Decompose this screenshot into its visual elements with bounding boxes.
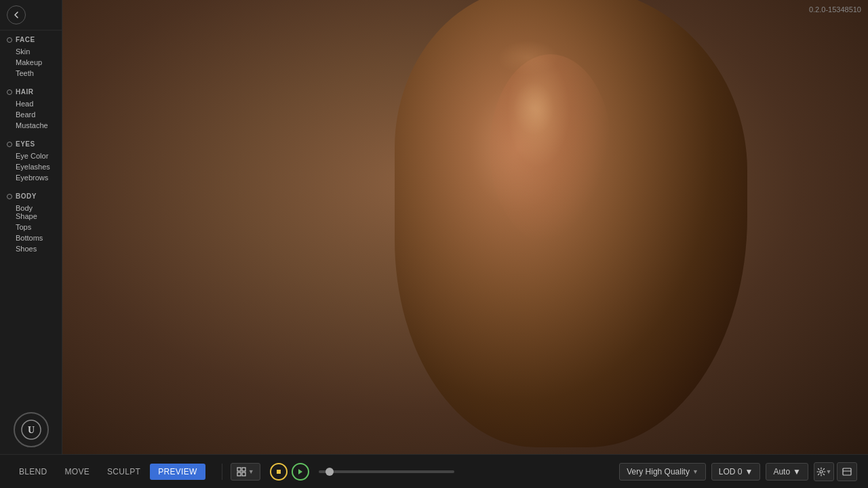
sidebar-item-skin[interactable]: Skin — [7, 46, 55, 57]
sidebar: FACE Skin Makeup Teeth HAIR Head Beard M… — [0, 0, 62, 454]
body-section-title: BODY — [7, 192, 55, 200]
lod-chevron-icon: ▼ — [745, 467, 753, 476]
panel-icon — [842, 468, 852, 476]
sidebar-item-beard[interactable]: Beard — [7, 109, 55, 120]
svg-rect-6 — [277, 470, 281, 474]
auto-dropdown[interactable]: Auto ▼ — [766, 463, 808, 481]
preview-mode-button[interactable]: PREVIEW — [150, 464, 205, 480]
grid-icon — [237, 467, 246, 476]
sidebar-item-tops[interactable]: Tops — [7, 222, 55, 232]
sidebar-item-makeup[interactable]: Makeup — [7, 57, 55, 68]
stop-icon — [276, 469, 281, 474]
auto-chevron-icon: ▼ — [793, 467, 801, 476]
nav-section-body: BODY Body Shape Tops Bottoms Shoes — [7, 192, 55, 254]
toolbar-modes: BLEND MOVE SCULPT PREVIEW — [11, 464, 205, 480]
body-dot — [7, 194, 12, 199]
sidebar-item-shoes[interactable]: Shoes — [7, 243, 55, 254]
unreal-engine-logo[interactable]: U — [14, 412, 49, 447]
main-area: FACE Skin Makeup Teeth HAIR Head Beard M… — [0, 0, 868, 454]
svg-point-7 — [820, 470, 823, 473]
bottom-toolbar: BLEND MOVE SCULPT PREVIEW ▼ Very Hi — [0, 454, 868, 488]
sculpt-mode-button[interactable]: SCULPT — [99, 464, 149, 480]
settings-chevron-icon: ▼ — [826, 468, 832, 475]
nav-section-hair: HAIR Head Beard Mustache — [7, 88, 55, 131]
eyes-section-title: EYES — [7, 140, 55, 148]
hair-section-title: HAIR — [7, 88, 55, 96]
face-highlight — [490, 54, 612, 244]
eyes-dot — [7, 142, 12, 147]
svg-rect-2 — [237, 468, 241, 471]
blend-mode-button[interactable]: BLEND — [11, 464, 56, 480]
viewport[interactable]: 0.2.0-15348510 — [62, 0, 868, 454]
sidebar-item-eyebrows[interactable]: Eyebrows — [7, 172, 55, 183]
auto-label: Auto — [773, 467, 790, 476]
sidebar-item-eyelashes[interactable]: Eyelashes — [7, 161, 55, 172]
sidebar-item-mustache[interactable]: Mustache — [7, 120, 55, 131]
sidebar-item-body-shape[interactable]: Body Shape — [7, 203, 55, 222]
timeline-slider[interactable] — [319, 470, 454, 473]
svg-rect-4 — [237, 472, 241, 476]
svg-rect-3 — [242, 468, 245, 471]
sidebar-top — [0, 0, 62, 30]
lod-dropdown[interactable]: LOD 0 ▼ — [711, 463, 761, 481]
settings-button[interactable]: ▼ — [814, 462, 834, 481]
sidebar-item-eye-color[interactable]: Eye Color — [7, 150, 55, 161]
svg-rect-8 — [843, 468, 851, 475]
panel-toggle-button[interactable] — [837, 462, 857, 481]
play-icon — [298, 468, 303, 475]
nose-highlight — [513, 81, 554, 136]
play-button[interactable] — [292, 463, 309, 481]
svg-text:U: U — [27, 425, 34, 435]
nav-section-eyes: EYES Eye Color Eyelashes Eyebrows — [7, 140, 55, 183]
eye-area-highlight — [498, 41, 559, 75]
back-button[interactable] — [7, 5, 26, 24]
svg-rect-5 — [242, 472, 245, 476]
playback-controls — [270, 463, 309, 481]
view-grid-chevron: ▼ — [248, 468, 254, 475]
sidebar-item-head[interactable]: Head — [7, 98, 55, 109]
hair-dot — [7, 89, 12, 95]
toolbar-divider-1 — [222, 464, 222, 480]
nav-section-face: FACE Skin Makeup Teeth — [7, 36, 55, 79]
quality-chevron-icon: ▼ — [692, 468, 698, 475]
settings-icon — [816, 467, 826, 476]
move-mode-button[interactable]: MOVE — [57, 464, 98, 480]
face-section-title: FACE — [7, 36, 55, 43]
quality-label: Very High Quality — [627, 467, 690, 476]
timeline-thumb — [326, 468, 334, 476]
face-dot — [7, 37, 12, 43]
sidebar-item-bottoms[interactable]: Bottoms — [7, 232, 55, 243]
quality-dropdown[interactable]: Very High Quality ▼ — [619, 463, 706, 481]
stop-button[interactable] — [270, 463, 288, 481]
settings-group: ▼ — [814, 462, 857, 481]
view-grid-button[interactable]: ▼ — [231, 463, 260, 481]
sidebar-bottom: U — [0, 405, 62, 454]
sidebar-nav: FACE Skin Makeup Teeth HAIR Head Beard M… — [0, 30, 62, 405]
version-badge: 0.2.0-15348510 — [809, 5, 861, 14]
sidebar-item-teeth[interactable]: Teeth — [7, 68, 55, 79]
lod-label: LOD 0 — [719, 467, 743, 476]
